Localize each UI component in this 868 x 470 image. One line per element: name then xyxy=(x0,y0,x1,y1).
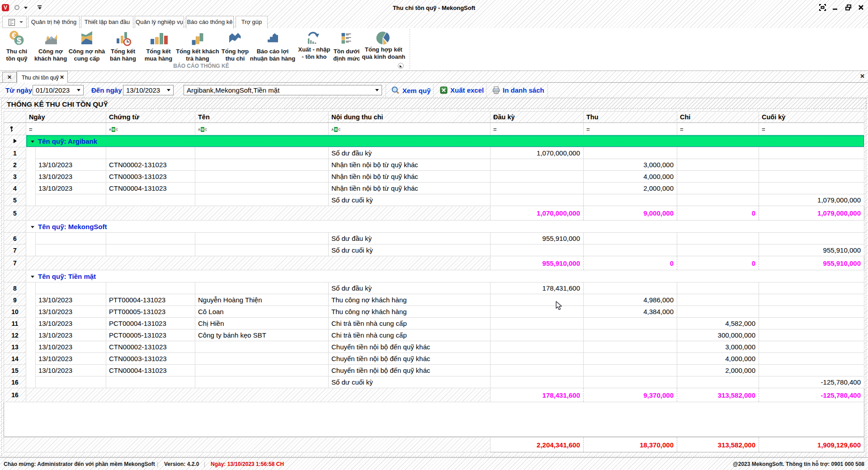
svg-text:$: $ xyxy=(17,36,22,45)
